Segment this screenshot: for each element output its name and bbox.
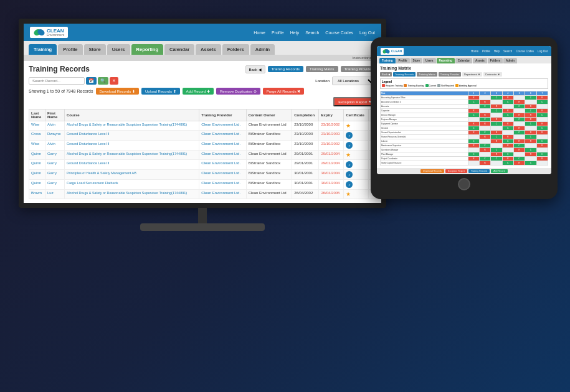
cell-course: Ground Disturbance Level II xyxy=(64,160,199,170)
matrix-cell: R xyxy=(536,131,548,135)
t-contractor-filter[interactable]: Contractor ▼ xyxy=(483,72,502,77)
t-nav-course[interactable]: Course Codes xyxy=(516,50,534,53)
first-name-link[interactable]: Garry xyxy=(47,181,57,185)
upload-records-button[interactable]: Upload Records ⬆ xyxy=(141,88,180,95)
clear-button[interactable]: ✕ xyxy=(110,77,118,85)
training-matrix-tab[interactable]: Training Matrix xyxy=(306,66,338,72)
matrix-cell: R xyxy=(468,157,479,161)
add-record-button[interactable]: Add Record ✚ xyxy=(183,88,214,95)
provider-link[interactable]: Clean Environment Ltd. xyxy=(201,171,240,175)
course-link[interactable]: Principles of Health & Safety Management… xyxy=(67,171,136,175)
matrix-cell: C xyxy=(536,113,548,118)
tab-admin[interactable]: Admin xyxy=(250,44,275,55)
provider-link[interactable]: Clean Environment Ltd. xyxy=(201,132,240,136)
t-training-records-bottom[interactable]: Training Records xyxy=(468,169,490,173)
last-name-link[interactable]: Cross xyxy=(31,132,41,136)
t-tab-users[interactable]: Users xyxy=(423,58,436,63)
tab-reporting[interactable]: Reporting xyxy=(131,44,163,55)
provider-link[interactable]: Clean Environment Ltd. xyxy=(201,161,240,165)
t-nav-profile[interactable]: Profile xyxy=(482,50,490,53)
last-name-link[interactable]: Quinn xyxy=(31,171,41,175)
t-training-records-btn[interactable]: Training Records xyxy=(393,72,416,77)
training-records-tab[interactable]: Training Records xyxy=(268,66,303,72)
cell-owner: Clean Environment Ltd xyxy=(246,121,292,131)
tab-users[interactable]: Users xyxy=(107,44,130,55)
location-select[interactable]: All Locations xyxy=(332,77,376,85)
tablet-home-button[interactable] xyxy=(458,178,470,190)
tab-assets[interactable]: Assets xyxy=(196,44,221,55)
t-nav-logout[interactable]: Log Out xyxy=(538,50,548,53)
remove-duplicates-button[interactable]: Remove Duplicates ⊘ xyxy=(216,88,260,95)
tab-calendar[interactable]: Calendar xyxy=(164,44,194,55)
t-nav-search[interactable]: Search xyxy=(503,50,512,53)
first-name-link[interactable]: Luz xyxy=(47,191,54,195)
legend-current: Current xyxy=(425,84,437,87)
provider-link[interactable]: Clean Environment Ltd. xyxy=(201,181,240,185)
first-name-link[interactable]: Garry xyxy=(47,171,57,175)
matrix-cell: C xyxy=(479,118,490,122)
tab-training[interactable]: Training xyxy=(29,44,57,55)
course-link[interactable]: Ground Disturbance Level II xyxy=(67,132,109,136)
t-download-btn[interactable]: Download Records xyxy=(420,169,444,173)
t-tab-calendar[interactable]: Calendar xyxy=(455,58,472,63)
search-input[interactable] xyxy=(29,77,85,85)
course-link[interactable]: Ground Disturbance Level II xyxy=(67,161,109,165)
course-link[interactable]: Cargo Load Securement Flatbeds xyxy=(67,181,118,185)
first-name-link[interactable]: Alvin xyxy=(47,142,55,146)
t-tab-admin[interactable]: Admin xyxy=(503,58,517,63)
t-matrix-btn[interactable]: Training Matrix xyxy=(417,72,437,77)
nav-logout[interactable]: Log Out xyxy=(359,30,375,35)
nav-search[interactable]: Search xyxy=(305,30,319,35)
first-name-link[interactable]: Garry xyxy=(47,152,57,156)
exception-report-button[interactable]: Exception Report ⚑ xyxy=(333,97,376,106)
matrix-cell: R xyxy=(479,113,490,118)
last-name-link[interactable]: Quinn xyxy=(31,181,41,185)
course-link[interactable]: Ground Disturbance Level II xyxy=(67,142,109,146)
provider-link[interactable]: Clean Environment Ltd. xyxy=(201,152,240,156)
nav-home[interactable]: Home xyxy=(254,30,265,35)
last-name-link[interactable]: Wise xyxy=(31,142,39,146)
course-link[interactable]: Alcohol Drugs & Safety or Reasonable Sus… xyxy=(67,191,187,195)
t-provider-btn[interactable]: Training Provider xyxy=(439,72,461,77)
search-button[interactable]: 🔍 xyxy=(98,77,108,85)
t-tab-folders[interactable]: Folders xyxy=(488,58,503,63)
t-tab-assets[interactable]: Assets xyxy=(473,58,487,63)
matrix-cell: R xyxy=(525,105,536,109)
legend-awaiting: Awaiting Approval xyxy=(455,84,477,87)
purge-records-button[interactable]: Purge All Records ✖ xyxy=(263,88,305,95)
provider-link[interactable]: Clean Environment Ltd. xyxy=(201,191,240,195)
last-name-link[interactable]: Brown xyxy=(31,191,42,195)
t-tab-store[interactable]: Store xyxy=(411,58,423,63)
last-name-link[interactable]: Quinn xyxy=(31,161,41,165)
nav-course-codes[interactable]: Course Codes xyxy=(325,30,353,35)
last-name-link[interactable]: Quinn xyxy=(31,152,41,156)
tablet-logo: CLEAN xyxy=(381,48,404,55)
last-name-link[interactable]: Wise xyxy=(31,123,39,126)
t-tab-training[interactable]: Training xyxy=(379,58,396,63)
first-name-link[interactable]: Garry xyxy=(47,161,57,165)
calendar-button[interactable]: 📅 xyxy=(86,77,97,85)
t-exception-btn[interactable]: Exception Report xyxy=(445,169,467,173)
first-name-link[interactable]: Alvin xyxy=(47,123,55,126)
first-name-link[interactable]: Dwayne xyxy=(47,132,61,136)
t-nav-help[interactable]: Help xyxy=(494,50,500,53)
back-button[interactable]: Back ◀ xyxy=(245,65,265,73)
t-nav-home[interactable]: Home xyxy=(471,50,478,53)
t-tab-reporting[interactable]: Reporting xyxy=(437,58,455,63)
t-add-record-btn[interactable]: Add Record xyxy=(491,169,507,173)
tab-folders[interactable]: Folders xyxy=(222,44,249,55)
course-link[interactable]: Alcohol Drugs & Safety or Reasonable Sus… xyxy=(67,123,187,126)
tab-store[interactable]: Store xyxy=(84,44,106,55)
t-dept-filter[interactable]: Department ▼ xyxy=(462,72,482,77)
tab-profile[interactable]: Profile xyxy=(58,44,82,55)
matrix-role-label: Plant Manager xyxy=(381,152,468,157)
nav-help[interactable]: Help xyxy=(290,30,299,35)
matrix-cell: R xyxy=(468,131,479,135)
t-back-btn[interactable]: Back ◀ xyxy=(380,72,392,77)
provider-link[interactable]: Clean Environment Ltd. xyxy=(201,142,240,146)
t-tab-profile[interactable]: Profile xyxy=(396,58,410,63)
provider-link[interactable]: Clean Environment Ltd. xyxy=(201,123,240,126)
course-link[interactable]: Alcohol Drugs & Safety or Reasonable Sus… xyxy=(67,152,187,156)
nav-profile[interactable]: Profile xyxy=(272,30,284,35)
download-records-button[interactable]: Download Records ⬇ xyxy=(96,88,139,95)
